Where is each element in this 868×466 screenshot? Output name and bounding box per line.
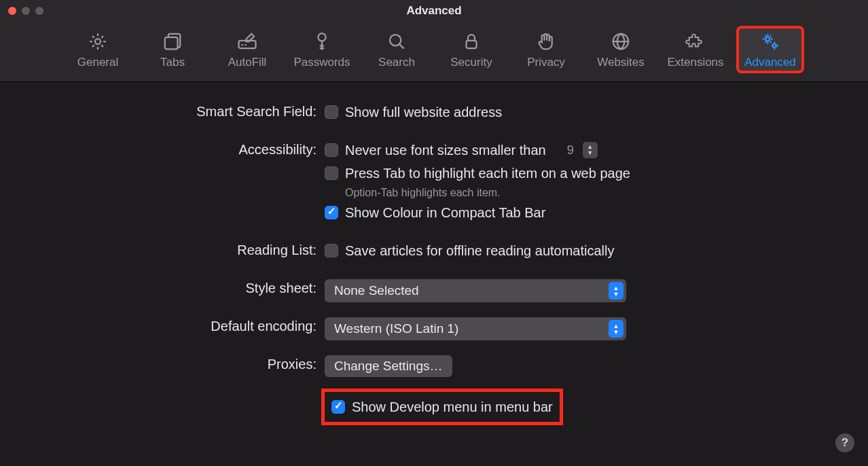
tab-websites[interactable]: Websites	[588, 27, 653, 72]
svg-point-8	[773, 44, 776, 48]
svg-point-0	[95, 39, 101, 44]
tab-tabs[interactable]: Tabs	[140, 27, 205, 72]
offline-reading-label: Save articles for offline reading automa…	[345, 243, 615, 259]
style-sheet-label: Style sheet:	[0, 279, 325, 296]
tab-label: Advanced	[744, 56, 796, 69]
svg-point-7	[765, 37, 770, 41]
tab-label: Security	[450, 56, 492, 69]
show-develop-label: Show Develop menu in menu bar	[352, 399, 553, 415]
tab-label: Extensions	[667, 56, 723, 69]
titlebar: Advanced	[0, 0, 868, 22]
default-encoding-value: Western (ISO Latin 1)	[334, 321, 458, 336]
develop-menu-highlight: Show Develop menu in menu bar	[325, 392, 560, 422]
pencil-field-icon	[237, 31, 257, 52]
style-sheet-value: None Selected	[334, 283, 419, 298]
press-tab-checkbox[interactable]	[325, 166, 338, 180]
zoom-window-button[interactable]	[35, 7, 43, 15]
reading-list-label: Reading List:	[0, 241, 325, 258]
tabs-icon	[162, 31, 183, 52]
compact-colour-label: Show Colour in Compact Tab Bar	[345, 205, 545, 221]
search-icon	[386, 31, 407, 52]
offline-reading-checkbox[interactable]	[325, 244, 338, 257]
prefs-content: Smart Search Field: Show full website ad…	[0, 82, 868, 422]
window-title: Advanced	[0, 4, 868, 18]
close-window-button[interactable]	[8, 7, 16, 15]
tab-label: Tabs	[160, 56, 185, 69]
hand-icon	[536, 31, 556, 52]
prefs-toolbar: General Tabs AutoFill Passwords Search S…	[0, 22, 868, 82]
press-tab-label: Press Tab to highlight each item on a we…	[345, 166, 630, 181]
key-icon	[312, 31, 332, 52]
smart-search-label: Smart Search Field:	[0, 103, 325, 120]
tab-extensions[interactable]: Extensions	[663, 27, 728, 72]
compact-colour-checkbox[interactable]	[325, 206, 338, 219]
tab-passwords[interactable]: Passwords	[289, 27, 355, 72]
tab-privacy[interactable]: Privacy	[513, 27, 579, 72]
chevron-up-down-icon: ▲▼	[609, 320, 623, 338]
tab-label: Privacy	[527, 56, 565, 69]
accessibility-label: Accessibility:	[0, 141, 325, 158]
tab-label: General	[77, 56, 118, 69]
style-sheet-select[interactable]: None Selected ▲▼	[325, 279, 626, 302]
tab-advanced[interactable]: Advanced	[738, 27, 803, 72]
tab-label: AutoFill	[228, 56, 267, 69]
press-tab-helper: Option-Tab highlights each item.	[345, 187, 868, 199]
help-button[interactable]: ?	[835, 433, 854, 452]
show-develop-checkbox[interactable]	[331, 400, 345, 414]
tab-label: Passwords	[293, 56, 350, 69]
svg-rect-5	[467, 41, 477, 48]
change-settings-button[interactable]: Change Settings…	[325, 355, 452, 377]
min-font-checkbox[interactable]	[325, 143, 338, 157]
svg-point-3	[318, 33, 325, 41]
show-full-url-checkbox[interactable]	[325, 105, 338, 119]
puzzle-icon	[685, 31, 706, 52]
min-font-value[interactable]: 9	[562, 143, 579, 158]
tab-label: Websites	[597, 56, 645, 69]
traffic-lights	[0, 7, 43, 15]
min-font-stepper[interactable]: ▲▼	[583, 142, 598, 158]
default-encoding-label: Default encoding:	[0, 317, 325, 334]
gear-icon	[88, 31, 108, 52]
show-full-url-label: Show full website address	[345, 105, 502, 120]
proxies-label: Proxies:	[0, 355, 325, 372]
min-font-label: Never use font sizes smaller than	[345, 143, 546, 158]
svg-rect-1	[165, 37, 178, 50]
lock-icon	[461, 31, 482, 52]
tab-general[interactable]: General	[65, 27, 130, 72]
gears-icon	[760, 31, 780, 52]
globe-icon	[611, 31, 631, 52]
tab-autofill[interactable]: AutoFill	[215, 27, 280, 72]
tab-label: Search	[378, 56, 415, 69]
default-encoding-select[interactable]: Western (ISO Latin 1) ▲▼	[325, 317, 626, 340]
tab-search[interactable]: Search	[364, 27, 429, 72]
chevron-up-down-icon: ▲▼	[609, 282, 623, 300]
minimize-window-button[interactable]	[22, 7, 30, 15]
tab-security[interactable]: Security	[439, 27, 504, 72]
svg-point-4	[390, 35, 401, 46]
